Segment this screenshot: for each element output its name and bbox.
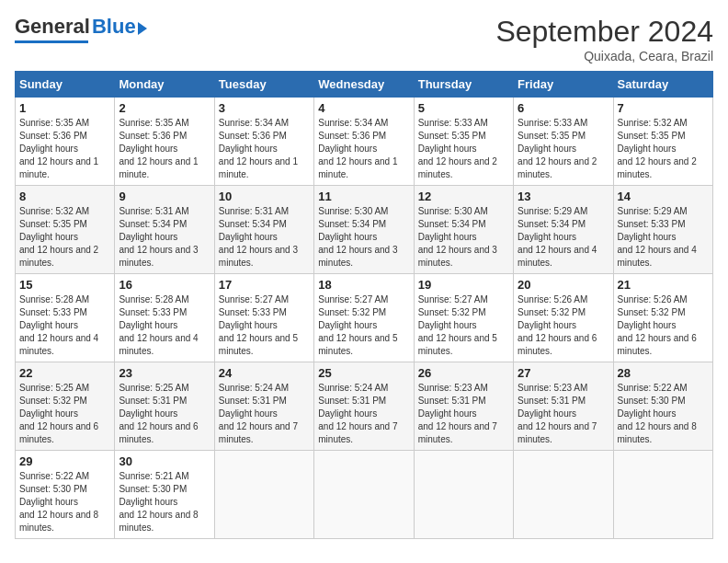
day-info: Sunrise: 5:31 AMSunset: 5:34 PMDaylight … [219,206,298,268]
day-info: Sunrise: 5:26 AMSunset: 5:32 PMDaylight … [518,294,597,356]
day-number: 17 [219,278,310,292]
day-number: 29 [19,454,110,468]
day-info: Sunrise: 5:21 AMSunset: 5:30 PMDaylight … [119,471,198,533]
calendar-cell: 11 Sunrise: 5:30 AMSunset: 5:34 PMDaylig… [314,186,414,274]
calendar-cell: 21 Sunrise: 5:26 AMSunset: 5:32 PMDaylig… [613,274,712,362]
calendar-cell: 27 Sunrise: 5:23 AMSunset: 5:31 PMDaylig… [514,362,613,451]
calendar-cell: 15 Sunrise: 5:28 AMSunset: 5:33 PMDaylig… [16,274,115,362]
day-number: 20 [518,278,609,292]
day-info: Sunrise: 5:28 AMSunset: 5:33 PMDaylight … [119,294,198,356]
day-info: Sunrise: 5:23 AMSunset: 5:31 PMDaylight … [418,383,497,444]
page-header: General Blue September 2024 Quixada, Cea… [15,15,713,63]
calendar-cell: 6 Sunrise: 5:33 AMSunset: 5:35 PMDayligh… [514,98,613,186]
day-number: 28 [618,366,709,380]
header-thursday: Thursday [414,72,513,98]
header-monday: Monday [115,72,214,98]
day-number: 26 [418,366,509,380]
logo-general-text: General [15,15,90,39]
day-info: Sunrise: 5:27 AMSunset: 5:32 PMDaylight … [318,294,397,356]
day-info: Sunrise: 5:23 AMSunset: 5:31 PMDaylight … [518,383,597,444]
day-info: Sunrise: 5:34 AMSunset: 5:36 PMDaylight … [318,118,397,179]
calendar-cell: 3 Sunrise: 5:34 AMSunset: 5:36 PMDayligh… [214,98,313,186]
header-sunday: Sunday [16,72,115,98]
header-friday: Friday [514,72,613,98]
calendar-cell: 25 Sunrise: 5:24 AMSunset: 5:31 PMDaylig… [314,362,414,451]
day-info: Sunrise: 5:29 AMSunset: 5:33 PMDaylight … [618,206,697,268]
calendar-cell: 23 Sunrise: 5:25 AMSunset: 5:31 PMDaylig… [115,362,214,451]
calendar-cell: 14 Sunrise: 5:29 AMSunset: 5:33 PMDaylig… [613,186,712,274]
calendar-cell: 17 Sunrise: 5:27 AMSunset: 5:33 PMDaylig… [214,274,313,362]
day-info: Sunrise: 5:24 AMSunset: 5:31 PMDaylight … [219,383,298,444]
calendar-cell: 1 Sunrise: 5:35 AMSunset: 5:36 PMDayligh… [16,98,115,186]
calendar-week-row: 8 Sunrise: 5:32 AMSunset: 5:35 PMDayligh… [16,186,713,274]
calendar-cell: 24 Sunrise: 5:24 AMSunset: 5:31 PMDaylig… [214,362,313,451]
logo-blue-text: Blue [92,15,136,39]
month-title: September 2024 [495,15,713,49]
calendar-cell: 18 Sunrise: 5:27 AMSunset: 5:32 PMDaylig… [314,274,414,362]
day-number: 15 [19,278,110,292]
day-number: 12 [418,190,509,203]
day-info: Sunrise: 5:24 AMSunset: 5:31 PMDaylight … [318,383,397,444]
day-info: Sunrise: 5:32 AMSunset: 5:35 PMDaylight … [19,206,98,268]
day-number: 8 [19,190,110,203]
day-number: 7 [618,101,709,115]
header-wednesday: Wednesday [314,72,414,98]
calendar-cell: 12 Sunrise: 5:30 AMSunset: 5:34 PMDaylig… [414,186,513,274]
calendar-week-row: 15 Sunrise: 5:28 AMSunset: 5:33 PMDaylig… [16,274,713,362]
day-info: Sunrise: 5:32 AMSunset: 5:35 PMDaylight … [618,118,697,179]
day-info: Sunrise: 5:26 AMSunset: 5:32 PMDaylight … [618,294,697,356]
day-number: 10 [219,190,310,203]
calendar-cell: 30 Sunrise: 5:21 AMSunset: 5:30 PMDaylig… [115,451,214,539]
day-info: Sunrise: 5:34 AMSunset: 5:36 PMDaylight … [219,118,298,179]
day-number: 11 [318,190,409,203]
calendar-header-row: SundayMondayTuesdayWednesdayThursdayFrid… [16,72,713,98]
day-info: Sunrise: 5:30 AMSunset: 5:34 PMDaylight … [418,206,497,268]
header-tuesday: Tuesday [214,72,313,98]
day-number: 25 [318,366,409,380]
calendar-cell [514,451,613,539]
day-number: 5 [418,101,509,115]
day-number: 14 [618,190,709,203]
calendar-cell: 29 Sunrise: 5:22 AMSunset: 5:30 PMDaylig… [16,451,115,539]
day-number: 1 [19,101,110,115]
day-info: Sunrise: 5:29 AMSunset: 5:34 PMDaylight … [518,206,597,268]
calendar-cell: 7 Sunrise: 5:32 AMSunset: 5:35 PMDayligh… [613,98,712,186]
day-number: 13 [518,190,609,203]
calendar-cell: 4 Sunrise: 5:34 AMSunset: 5:36 PMDayligh… [314,98,414,186]
calendar-cell: 9 Sunrise: 5:31 AMSunset: 5:34 PMDayligh… [115,186,214,274]
day-number: 19 [418,278,509,292]
day-info: Sunrise: 5:30 AMSunset: 5:34 PMDaylight … [318,206,397,268]
day-info: Sunrise: 5:27 AMSunset: 5:33 PMDaylight … [219,294,298,356]
day-number: 24 [219,366,310,380]
calendar-week-row: 1 Sunrise: 5:35 AMSunset: 5:36 PMDayligh… [16,98,713,186]
calendar-cell: 2 Sunrise: 5:35 AMSunset: 5:36 PMDayligh… [115,98,214,186]
calendar-cell: 26 Sunrise: 5:23 AMSunset: 5:31 PMDaylig… [414,362,513,451]
calendar-cell: 13 Sunrise: 5:29 AMSunset: 5:34 PMDaylig… [514,186,613,274]
day-number: 21 [618,278,709,292]
day-info: Sunrise: 5:35 AMSunset: 5:36 PMDaylight … [19,118,98,179]
header-saturday: Saturday [613,72,712,98]
day-number: 3 [219,101,310,115]
day-number: 23 [119,366,210,380]
calendar-cell: 22 Sunrise: 5:25 AMSunset: 5:32 PMDaylig… [16,362,115,451]
day-info: Sunrise: 5:27 AMSunset: 5:32 PMDaylight … [418,294,497,356]
calendar-cell [314,451,414,539]
day-info: Sunrise: 5:35 AMSunset: 5:36 PMDaylight … [119,118,198,179]
calendar-cell: 20 Sunrise: 5:26 AMSunset: 5:32 PMDaylig… [514,274,613,362]
location-subtitle: Quixada, Ceara, Brazil [495,49,713,63]
day-info: Sunrise: 5:25 AMSunset: 5:31 PMDaylight … [119,383,198,444]
day-info: Sunrise: 5:22 AMSunset: 5:30 PMDaylight … [618,383,697,444]
day-number: 9 [119,190,210,203]
day-number: 6 [518,101,609,115]
calendar-cell [414,451,513,539]
title-block: September 2024 Quixada, Ceara, Brazil [495,15,713,63]
day-info: Sunrise: 5:33 AMSunset: 5:35 PMDaylight … [418,118,497,179]
day-number: 27 [518,366,609,380]
day-number: 4 [318,101,409,115]
calendar-week-row: 22 Sunrise: 5:25 AMSunset: 5:32 PMDaylig… [16,362,713,451]
calendar-week-row: 29 Sunrise: 5:22 AMSunset: 5:30 PMDaylig… [16,451,713,539]
calendar-cell: 10 Sunrise: 5:31 AMSunset: 5:34 PMDaylig… [214,186,313,274]
calendar-cell [613,451,712,539]
day-info: Sunrise: 5:22 AMSunset: 5:30 PMDaylight … [19,471,98,533]
calendar-cell [214,451,313,539]
